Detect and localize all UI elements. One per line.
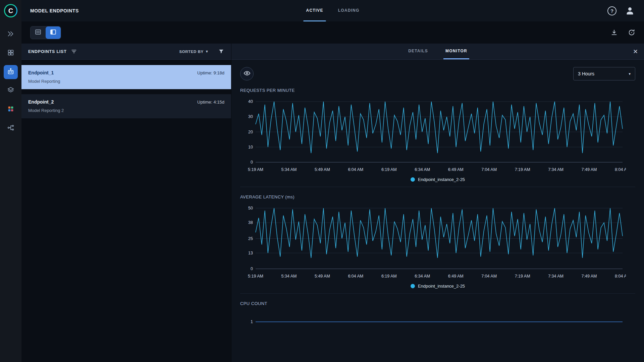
monitor-body: 3 Hours ▾ REQUESTS PER MINUTE 0102030405…: [231, 60, 644, 362]
cpu-chart-section: CPU COUNT 1: [240, 294, 635, 361]
svg-text:40: 40: [248, 99, 253, 104]
split-view-button[interactable]: [46, 26, 61, 39]
svg-text:13: 13: [248, 251, 253, 255]
sidebar-item-registry[interactable]: [4, 103, 18, 117]
legend-dot-icon: [411, 284, 415, 288]
endpoints-list-panel: ENDPOINTS LIST SORTED BY ▾ Endpoint_1 Up…: [21, 44, 231, 362]
endpoint-name: Endpoint_2: [28, 99, 54, 105]
app-logo[interactable]: C: [4, 4, 17, 17]
close-icon[interactable]: ✕: [633, 44, 638, 59]
view-toggle-group: [30, 26, 61, 39]
list-item-endpoint-2[interactable]: Endpoint_2 Uptime: 4:15d Model Reporting…: [21, 94, 231, 118]
svg-text:7:04 AM: 7:04 AM: [481, 274, 497, 279]
sort-options-icon[interactable]: [71, 48, 77, 55]
endpoint-row: Endpoint_2 Uptime: 4:15d: [28, 99, 224, 105]
endpoints-list-title: ENDPOINTS LIST: [28, 49, 67, 54]
sorted-by-label: SORTED BY: [179, 50, 204, 54]
tab-monitor[interactable]: MONITOR: [443, 44, 469, 59]
rail-nav: [4, 27, 18, 135]
svg-text:5:19 AM: 5:19 AM: [248, 167, 263, 172]
registry-icon: [7, 105, 14, 114]
layers-icon: [7, 86, 14, 95]
svg-text:8:04 AM: 8:04 AM: [615, 167, 626, 172]
sidebar-item-layers[interactable]: [4, 84, 18, 98]
filter-icon[interactable]: [218, 48, 224, 55]
endpoint-row: Endpoint_1 Uptime: 9:18d: [28, 70, 224, 75]
chart-title-cpu: CPU COUNT: [240, 301, 635, 306]
svg-text:0: 0: [251, 160, 253, 165]
svg-text:6:49 AM: 6:49 AM: [448, 274, 464, 279]
header-tabs: ACTIVE LOADING: [304, 0, 362, 21]
chart-title-latency: AVERAGE LATENCY (ms): [240, 194, 635, 199]
endpoints-list-header: ENDPOINTS LIST SORTED BY ▾: [21, 44, 231, 60]
monitor-controls-row: 3 Hours ▾: [240, 67, 635, 80]
chart-title-requests: REQUESTS PER MINUTE: [240, 88, 635, 93]
chevron-down-icon: ▾: [629, 72, 631, 76]
chart-legend: Endpoint_instance_2-25: [240, 177, 635, 182]
svg-text:7:34 AM: 7:34 AM: [548, 274, 564, 279]
endpoint-name: Endpoint_1: [28, 70, 54, 75]
svg-text:6:19 AM: 6:19 AM: [381, 274, 397, 279]
sidebar-item-datasets[interactable]: [4, 46, 18, 60]
user-avatar-icon[interactable]: [625, 5, 635, 16]
sidebar-item-flows[interactable]: [4, 121, 18, 135]
svg-text:30: 30: [248, 114, 253, 119]
tab-loading[interactable]: LOADING: [335, 0, 362, 21]
endpoints-list: Endpoint_1 Uptime: 9:18d Model Reporting…: [21, 60, 231, 123]
watch-button[interactable]: [240, 67, 254, 80]
legend-dot-icon: [411, 177, 415, 182]
left-nav-rail: C: [0, 0, 21, 362]
svg-text:8:04 AM: 8:04 AM: [615, 274, 626, 279]
svg-text:0: 0: [251, 266, 253, 271]
legend-label: Endpoint_instance_2-25: [418, 284, 465, 289]
auto-refresh-icon[interactable]: [628, 29, 635, 36]
svg-text:20: 20: [248, 130, 253, 134]
tab-details[interactable]: DETAILS: [406, 44, 430, 59]
list-view-icon: [35, 28, 42, 37]
help-icon[interactable]: ?: [607, 6, 616, 15]
svg-text:6:34 AM: 6:34 AM: [415, 167, 430, 172]
time-range-select[interactable]: 3 Hours ▾: [573, 67, 635, 80]
endpoint-subtitle: Model Reporting: [28, 79, 224, 84]
svg-text:5:34 AM: 5:34 AM: [281, 167, 297, 172]
content-row: ENDPOINTS LIST SORTED BY ▾ Endpoint_1 Up…: [21, 44, 644, 362]
legend-label: Endpoint_instance_2-25: [418, 177, 465, 182]
flows-icon: [7, 124, 14, 133]
header-right: ?: [607, 5, 644, 16]
chart-legend: Endpoint_instance_2-25: [240, 284, 635, 289]
svg-text:50: 50: [248, 206, 253, 210]
download-icon[interactable]: [610, 29, 618, 36]
toolbar-right: [610, 29, 635, 36]
cpu-count-chart: 1: [240, 311, 626, 355]
svg-text:25: 25: [248, 236, 253, 241]
svg-text:7:04 AM: 7:04 AM: [481, 167, 497, 172]
endpoints-icon: [7, 68, 14, 76]
sorted-by-control[interactable]: SORTED BY ▾: [179, 49, 208, 54]
monitor-panel: DETAILS MONITOR ✕ 3 Hours ▾: [231, 44, 644, 362]
svg-text:7:19 AM: 7:19 AM: [515, 167, 530, 172]
svg-text:7:49 AM: 7:49 AM: [582, 274, 597, 279]
svg-text:6:19 AM: 6:19 AM: [381, 167, 397, 172]
svg-text:6:34 AM: 6:34 AM: [415, 274, 430, 279]
svg-text:1: 1: [251, 319, 253, 324]
chevron-down-icon: ▾: [206, 49, 208, 54]
svg-text:5:34 AM: 5:34 AM: [281, 274, 297, 279]
tab-active[interactable]: ACTIVE: [304, 0, 326, 21]
main-column: MODEL ENDPOINTS ACTIVE LOADING ?: [21, 0, 644, 362]
svg-text:7:49 AM: 7:49 AM: [582, 167, 597, 172]
page-title: MODEL ENDPOINTS: [30, 8, 79, 13]
svg-text:6:04 AM: 6:04 AM: [348, 274, 363, 279]
list-item-endpoint-1[interactable]: Endpoint_1 Uptime: 9:18d Model Reporting: [21, 65, 231, 89]
table-view-button[interactable]: [31, 26, 46, 39]
svg-text:5:49 AM: 5:49 AM: [315, 167, 330, 172]
sidebar-item-projects[interactable]: [4, 27, 18, 42]
grid-icon: [7, 49, 14, 58]
svg-text:6:49 AM: 6:49 AM: [448, 167, 464, 172]
svg-text:7:19 AM: 7:19 AM: [515, 274, 530, 279]
view-toolbar: [21, 21, 644, 44]
svg-text:7:34 AM: 7:34 AM: [548, 167, 564, 172]
monitor-panel-header: DETAILS MONITOR ✕: [231, 44, 644, 60]
endpoint-uptime: Uptime: 9:18d: [197, 70, 224, 75]
sidebar-item-endpoints[interactable]: [4, 65, 18, 79]
endpoint-subtitle: Model Reporting 2: [28, 108, 224, 113]
